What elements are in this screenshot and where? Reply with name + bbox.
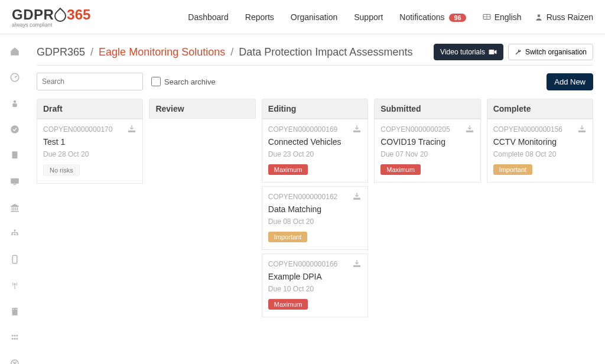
video-tutorials-button[interactable]: Video tutorials bbox=[434, 44, 503, 60]
download-button[interactable] bbox=[352, 191, 362, 201]
notifications-badge: 96 bbox=[449, 14, 466, 22]
svg-rect-16 bbox=[13, 309, 14, 310]
breadcrumb-page: Data Protection Impact Assessments bbox=[239, 46, 412, 58]
topbar: GDPR 365 always compliant Dashboard Repo… bbox=[0, 0, 605, 34]
nav-reports[interactable]: Reports bbox=[245, 12, 274, 22]
download-icon[interactable] bbox=[465, 124, 474, 134]
svg-point-20 bbox=[16, 335, 18, 337]
column-editing: Editing COPYEN0000000169Connected Vehicl… bbox=[262, 99, 368, 317]
archive-checkbox-input[interactable] bbox=[151, 77, 161, 86]
dpia-card[interactable]: COPYEN0000000169Connected VehiclesDue 23… bbox=[262, 119, 368, 183]
add-new-button[interactable]: Add New bbox=[547, 73, 593, 90]
search-archive-checkbox[interactable]: Search archive bbox=[151, 77, 216, 86]
dashboard-icon[interactable] bbox=[9, 72, 20, 83]
switch-organisation-button[interactable]: Switch organisation bbox=[508, 44, 593, 60]
dpia-card[interactable]: COPYEN0000000156CCTV MonitoringComplete … bbox=[487, 119, 593, 183]
download-button[interactable] bbox=[352, 259, 362, 268]
archive-checkbox-label: Search archive bbox=[164, 77, 216, 86]
card-title: Example DPIA bbox=[268, 272, 362, 281]
svg-point-1 bbox=[537, 14, 540, 17]
breadcrumb-sep: / bbox=[230, 46, 233, 58]
download-icon[interactable] bbox=[352, 124, 362, 134]
monitor-icon[interactable] bbox=[9, 176, 20, 187]
breadcrumb-root[interactable]: GDPR365 bbox=[37, 46, 85, 58]
column-header: Complete bbox=[487, 99, 593, 119]
dpia-card[interactable]: COPYEN0000000166Example DPIADue 10 Oct 2… bbox=[262, 254, 368, 317]
dpia-card[interactable]: COPYEN0000000205COVID19 TracingDue 07 No… bbox=[374, 119, 480, 183]
nav-notifications[interactable]: Notifications 96 bbox=[399, 12, 466, 22]
card-due: Due 28 Oct 20 bbox=[43, 150, 136, 158]
user-name: Russ Raizen bbox=[547, 12, 593, 22]
user-icon bbox=[535, 13, 543, 21]
nav-dashboard[interactable]: Dashboard bbox=[188, 12, 229, 22]
svg-point-11 bbox=[14, 233, 16, 235]
org-chart-icon[interactable] bbox=[9, 228, 20, 239]
breadcrumb-sep: / bbox=[90, 46, 93, 58]
risk-badge: Maximum bbox=[268, 164, 308, 175]
card-ref: COPYEN0000000169 bbox=[268, 125, 362, 134]
dpia-card[interactable]: COPYEN0000000162Data MatchingDue 08 Oct … bbox=[262, 186, 368, 250]
person-icon[interactable] bbox=[9, 98, 20, 109]
nav-notifications-label: Notifications bbox=[399, 12, 444, 22]
breadcrumb: GDPR365 / Eagle Monitoring Solutions / D… bbox=[37, 46, 412, 58]
svg-point-14 bbox=[14, 283, 16, 285]
language-label: English bbox=[495, 12, 522, 22]
download-button[interactable] bbox=[352, 124, 362, 134]
user-menu[interactable]: Russ Raizen bbox=[535, 12, 593, 22]
download-button[interactable] bbox=[577, 124, 587, 134]
wrench-icon bbox=[515, 48, 522, 56]
check-circle-icon[interactable] bbox=[9, 124, 20, 135]
globe-icon bbox=[483, 13, 491, 21]
svg-point-23 bbox=[16, 338, 18, 340]
search-input[interactable] bbox=[37, 73, 143, 90]
language-switcher[interactable]: English bbox=[483, 12, 522, 22]
logo-tagline: always compliant bbox=[12, 22, 90, 28]
people-icon[interactable] bbox=[9, 332, 20, 343]
nav-organisation[interactable]: Organisation bbox=[291, 12, 337, 22]
risk-badge: Important bbox=[268, 232, 307, 242]
column-header: Submitted bbox=[374, 99, 480, 119]
dpia-card[interactable]: COPYEN0000000170Test 1Due 28 Oct 20No ri… bbox=[37, 119, 143, 184]
svg-rect-17 bbox=[16, 309, 17, 310]
download-icon[interactable] bbox=[352, 191, 362, 201]
download-icon[interactable] bbox=[577, 124, 587, 134]
card-title: Connected Vehicles bbox=[268, 137, 362, 147]
svg-point-19 bbox=[14, 335, 16, 337]
svg-rect-4 bbox=[12, 103, 17, 107]
card-due: Complete 08 Oct 20 bbox=[493, 150, 587, 158]
download-icon[interactable] bbox=[127, 124, 136, 134]
building-icon[interactable] bbox=[9, 306, 20, 317]
card-due: Due 07 Nov 20 bbox=[380, 150, 474, 158]
risk-badge: No risks bbox=[43, 164, 80, 176]
column-review: Review bbox=[149, 99, 255, 119]
video-icon bbox=[489, 49, 497, 55]
nav-support[interactable]: Support bbox=[354, 12, 383, 22]
svg-rect-13 bbox=[12, 255, 17, 264]
svg-rect-25 bbox=[489, 50, 495, 54]
tools-icon[interactable] bbox=[9, 358, 20, 364]
sidebar bbox=[0, 34, 30, 364]
broadcast-icon[interactable] bbox=[9, 280, 20, 291]
download-button[interactable] bbox=[127, 124, 136, 134]
card-ref: COPYEN0000000156 bbox=[493, 125, 587, 134]
mobile-icon[interactable] bbox=[9, 254, 20, 265]
card-ref: COPYEN0000000170 bbox=[43, 125, 136, 134]
logo-text: GDPR bbox=[12, 6, 54, 23]
column-complete: Complete COPYEN0000000156CCTV Monitoring… bbox=[487, 99, 593, 183]
breadcrumb-org[interactable]: Eagle Monitoring Solutions bbox=[99, 46, 225, 58]
download-button[interactable] bbox=[465, 124, 474, 134]
column-header: Editing bbox=[262, 99, 368, 119]
card-ref: COPYEN0000000162 bbox=[268, 193, 362, 201]
svg-rect-15 bbox=[12, 308, 18, 316]
card-title: Test 1 bbox=[43, 137, 136, 147]
logo-num: 365 bbox=[67, 6, 90, 23]
svg-point-3 bbox=[14, 100, 17, 103]
home-icon[interactable] bbox=[9, 46, 20, 57]
document-icon[interactable] bbox=[9, 150, 20, 161]
logo[interactable]: GDPR 365 always compliant bbox=[12, 6, 90, 28]
card-due: Due 23 Oct 20 bbox=[268, 150, 362, 158]
svg-rect-7 bbox=[11, 178, 19, 184]
download-icon[interactable] bbox=[352, 259, 362, 268]
card-due: Due 10 Oct 20 bbox=[268, 285, 362, 293]
bank-icon[interactable] bbox=[9, 202, 20, 213]
